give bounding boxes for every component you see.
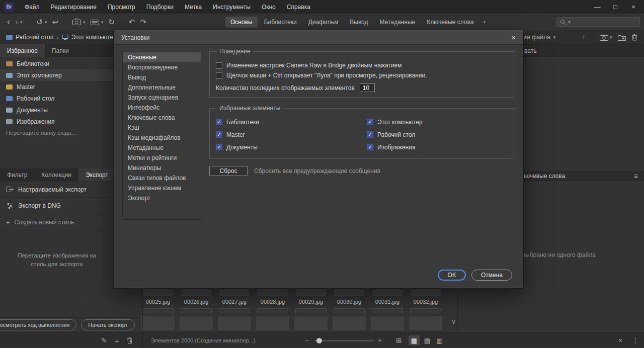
menu-window[interactable]: Окно	[256, 4, 281, 11]
thumbnail[interactable]	[330, 316, 368, 330]
back-icon[interactable]: ‹	[7, 17, 10, 27]
breadcrumb-computer[interactable]: Этот компьютер	[71, 34, 117, 41]
prefs-nav-cache-management[interactable]: Управление кэшем	[123, 183, 201, 193]
file-label[interactable]: 00030.jpg	[330, 299, 368, 305]
tab-export[interactable]: Экспорт	[78, 168, 115, 181]
recent-chevron-icon[interactable]: ▾	[45, 20, 47, 25]
cancel-button[interactable]: Отмена	[471, 270, 512, 281]
favorite-item-desktop[interactable]: Рабочий стол	[0, 93, 113, 104]
view-thumbnails-icon[interactable]: ▦	[409, 335, 420, 345]
delete-trash-icon[interactable]	[631, 30, 637, 44]
workspace-tab-filmstrip[interactable]: Диафильм	[303, 17, 344, 28]
thumbnail[interactable]	[407, 316, 445, 330]
workspace-tab-output[interactable]: Вывод	[345, 17, 373, 28]
menu-tools[interactable]: Инструменты	[207, 4, 256, 11]
dialog-title-bar[interactable]: Установки ×	[114, 31, 523, 45]
documents-checkbox[interactable]	[216, 144, 222, 150]
clear-icon[interactable]: ×	[618, 336, 622, 344]
prefs-nav-interface[interactable]: Интерфейс	[123, 103, 201, 113]
search-chevron-icon[interactable]: ▾	[568, 20, 571, 25]
prefs-nav-keywords[interactable]: Ключевые слова	[123, 113, 201, 123]
loupe-checkbox[interactable]	[216, 72, 222, 79]
nav-chevron-icon[interactable]: ▾	[20, 20, 23, 25]
menu-edit[interactable]: Редактирование	[45, 4, 102, 11]
thumbnail[interactable]	[368, 288, 407, 296]
file-label[interactable]: 00029.jpg	[292, 299, 330, 305]
thumbnail[interactable]	[407, 288, 445, 296]
favorite-item-computer[interactable]: Этот компьютер	[0, 69, 113, 81]
recent-items-input[interactable]	[360, 83, 375, 92]
thumbnail[interactable]	[177, 288, 215, 296]
camera-raw-icon[interactable]	[91, 19, 99, 25]
camera-raw-checkbox[interactable]	[216, 62, 222, 69]
file-label[interactable]: 00031.jpg	[368, 299, 407, 305]
thumbnail[interactable]	[215, 288, 254, 296]
refresh-icon[interactable]: ↻	[108, 18, 115, 27]
favorite-item-master[interactable]: Master	[0, 81, 113, 93]
tab-filter[interactable]: Фильтр	[0, 168, 34, 181]
reset-button[interactable]: Сброс	[209, 166, 248, 176]
master-checkbox[interactable]	[216, 131, 222, 138]
breadcrumb-desktop[interactable]: Рабочий стол	[16, 34, 53, 41]
thumbnail[interactable]	[368, 316, 407, 330]
file-label[interactable]: 00028.jpg	[254, 299, 292, 305]
prefs-nav-output[interactable]: Вывод	[123, 72, 201, 82]
more-options-icon[interactable]: ⋮	[632, 336, 639, 344]
search-box[interactable]: ▾	[556, 17, 640, 27]
favorite-item-documents[interactable]: Документы	[0, 104, 113, 116]
file-label[interactable]: 00025.jpg	[139, 299, 177, 305]
menu-view[interactable]: Просмотр	[102, 4, 141, 11]
thumbnail[interactable]	[254, 316, 292, 330]
prefs-nav-media-cache[interactable]: Кэш медиафайлов	[123, 133, 201, 143]
search-input[interactable]	[573, 19, 636, 25]
camera-raw-chevron-icon[interactable]: ▾	[101, 20, 104, 25]
thumbnail[interactable]	[215, 316, 254, 330]
prefs-nav-cache[interactable]: Кэш	[123, 123, 201, 133]
view-details-icon[interactable]: ▤	[422, 335, 433, 345]
prefs-nav-thumbnails[interactable]: Миниатюры	[123, 163, 201, 173]
favorite-item-libraries[interactable]: Библиотеки	[0, 58, 113, 69]
ok-button[interactable]: ОК	[438, 270, 466, 281]
prefs-nav-file-types[interactable]: Связи типов файлов	[123, 173, 201, 183]
zoom-in-icon[interactable]: +	[378, 336, 382, 344]
prefs-nav-general[interactable]: Основные	[123, 52, 201, 62]
rotate-ccw-icon[interactable]: ↶	[129, 18, 135, 27]
open-in-camera-raw-icon[interactable]: ▾	[600, 30, 612, 44]
file-label[interactable]: 00027.jpg	[215, 299, 254, 305]
edit-pencil-icon[interactable]: ✎	[101, 336, 107, 344]
prefs-nav-labels[interactable]: Метки и рейтинги	[123, 153, 201, 163]
desktop-checkbox[interactable]	[367, 131, 373, 138]
menu-help[interactable]: Справка	[281, 4, 316, 11]
new-folder-icon[interactable]	[618, 30, 626, 44]
menu-label[interactable]: Метка	[179, 4, 207, 11]
thumbnail[interactable]	[292, 288, 330, 296]
prefs-nav-advanced[interactable]: Дополнительные	[123, 82, 201, 93]
close-window-icon[interactable]: ×	[630, 3, 637, 11]
recent-files-icon[interactable]: ↺	[37, 18, 43, 27]
tab-folders[interactable]: Папки	[45, 44, 76, 57]
thumbnail[interactable]	[139, 316, 177, 330]
trash-icon[interactable]	[127, 337, 133, 344]
scroll-down-icon[interactable]: ∨	[451, 318, 456, 325]
tab-favorites[interactable]: Избранное	[0, 44, 45, 57]
forward-icon[interactable]: ›	[15, 17, 18, 27]
prefs-nav-export[interactable]: Экспорт	[123, 193, 201, 203]
sort-ascending-icon[interactable]: ↑	[582, 30, 585, 44]
get-photos-camera-icon[interactable]	[72, 19, 81, 25]
panel-menu-icon[interactable]: ≡	[634, 172, 638, 180]
file-label[interactable]: 00032.jpg	[407, 299, 445, 305]
tab-keywords[interactable]: Ключевые слова	[518, 172, 565, 180]
zoom-slider-track[interactable]	[314, 340, 374, 341]
sort-dropdown[interactable]: Имя файла ▾	[518, 30, 555, 44]
view-list-icon[interactable]: ▥	[434, 335, 445, 345]
dialog-close-icon[interactable]: ×	[511, 33, 516, 42]
workspace-tab-essentials[interactable]: Основы	[225, 17, 258, 28]
add-plus-icon[interactable]: +	[115, 336, 119, 345]
workspace-tab-metadata[interactable]: Метаданные	[375, 17, 421, 28]
menu-file[interactable]: Файл	[19, 4, 45, 11]
view-progress-button[interactable]: Посмотреть ход выполнения	[0, 319, 76, 330]
start-export-button[interactable]: Начать экспорт	[81, 319, 135, 330]
zoom-out-icon[interactable]: −	[305, 336, 309, 344]
tab-collections[interactable]: Коллекции	[34, 168, 78, 181]
prefs-nav-startup-scripts[interactable]: Запуск сценариев	[123, 93, 201, 103]
